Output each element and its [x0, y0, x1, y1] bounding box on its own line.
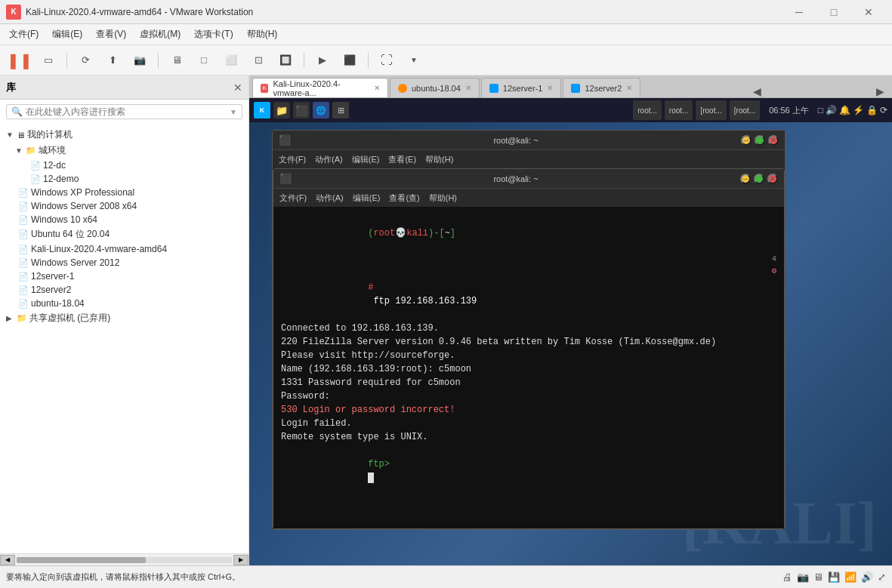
terminal-inner-maximize[interactable]: □ — [754, 174, 764, 184]
vm-content[interactable]: ⬛ root@kali: ~ ─ □ ✕ 文件(F) 动作(A) 编辑(E) — [249, 122, 892, 565]
scroll-right-btn[interactable]: ▶ — [233, 555, 248, 565]
tab-kali[interactable]: K Kali-Linux-2020.4-vmware-a... ✕ — [252, 78, 388, 97]
tree-item-12server1[interactable]: 📄 12server-1 — [0, 269, 248, 283]
search-dropdown-icon[interactable]: ▼ — [230, 108, 237, 116]
terminal-inner-window[interactable]: ⬛ root@kali: ~ ─ □ ✕ 文件(F) 动作(A) 编辑(E) — [273, 168, 785, 529]
env-expand-icon[interactable]: ▼ — [15, 146, 24, 155]
toolbar-btn-1[interactable]: ▭ — [36, 49, 60, 72]
toolbar-btn-11[interactable]: ⬛ — [338, 49, 362, 72]
status-print-icon[interactable]: 🖨 — [782, 571, 792, 583]
title-bar: K Kali-Linux-2020.4-vmware-amd64 - VMwar… — [0, 0, 892, 24]
tree-root[interactable]: ▼ 🖥 我的计算机 — [0, 127, 248, 143]
terminal-outer-window[interactable]: ⬛ root@kali: ~ ─ □ ✕ 文件(F) 动作(A) 编辑(E) — [272, 130, 786, 530]
maximize-button[interactable]: □ — [816, 0, 851, 24]
terminal-outer-close[interactable]: ✕ — [768, 135, 779, 146]
kali-terminal-icon[interactable]: ⬛ — [293, 102, 310, 119]
term-outer-menu-view[interactable]: 查看(E) — [388, 154, 416, 165]
vm-area[interactable]: K Kali-Linux-2020.4-vmware-a... ✕ ubuntu… — [249, 75, 892, 565]
menu-help[interactable]: 帮助(H) — [241, 26, 284, 43]
tree-env[interactable]: ▼ 📁 城环境 — [0, 143, 248, 159]
term-inner-menu-view[interactable]: 查看(查) — [389, 192, 419, 204]
status-resize-icon[interactable]: ⤢ — [878, 571, 886, 583]
terminal-inner-minimize[interactable]: ─ — [740, 174, 751, 184]
toolbar-btn-2[interactable]: ⟳ — [73, 49, 97, 72]
search-input[interactable] — [26, 106, 230, 117]
tree-item-win10[interactable]: 📄 Windows 10 x64 — [0, 213, 248, 226]
tree-item-win2012[interactable]: 📄 Windows Server 2012 — [0, 256, 248, 269]
tree-item-winxp[interactable]: 📄 Windows XP Professional — [0, 186, 248, 199]
kali-logo-icon[interactable]: K — [254, 102, 270, 119]
term-inner-menu-action[interactable]: 动作(A) — [316, 192, 344, 204]
tab-nav-left[interactable]: ◀ — [748, 85, 766, 97]
menu-vm[interactable]: 虚拟机(M) — [134, 26, 187, 43]
tree-item-shared[interactable]: ▶ 📁 共享虚拟机 (已弃用) — [0, 310, 248, 326]
term-outer-menu-help[interactable]: 帮助(H) — [425, 154, 453, 165]
status-camera-icon[interactable]: 📷 — [797, 571, 809, 583]
menu-view[interactable]: 查看(V) — [90, 26, 132, 43]
toolbar-btn-7[interactable]: ⬜ — [219, 49, 243, 72]
toolbar-dropdown[interactable]: ▼ — [402, 49, 426, 72]
toolbar-btn-4[interactable]: 📷 — [128, 49, 152, 72]
toolbar-btn-5[interactable]: 🖥 — [165, 49, 189, 72]
tab-12server2[interactable]: 12server2 ✕ — [563, 78, 640, 97]
toolbar-btn-9[interactable]: 🔲 — [273, 49, 298, 72]
sidebar-close-button[interactable]: ✕ — [233, 82, 242, 94]
scroll-left-btn[interactable]: ◀ — [0, 555, 15, 565]
pause-button[interactable]: ❚❚ — [6, 49, 33, 72]
toolbar-btn-8[interactable]: ⊡ — [246, 49, 270, 72]
scrollbar-track[interactable] — [17, 557, 232, 563]
status-hdd-icon[interactable]: 💾 — [828, 571, 840, 583]
term-inner-menu-file[interactable]: 文件(F) — [279, 192, 307, 204]
kali-app-icon[interactable]: ⊞ — [332, 102, 349, 119]
tab-nav-right[interactable]: ▶ — [872, 85, 889, 97]
term-outer-menu-file[interactable]: 文件(F) — [279, 154, 306, 165]
menu-tab[interactable]: 选项卡(T) — [188, 26, 239, 43]
sidebar: 库 ✕ 🔍 ▼ ▼ 🖥 我的计算机 ▼ 📁 城环境 — [0, 75, 249, 565]
search-box[interactable]: 🔍 ▼ — [6, 104, 242, 119]
kali-browser-icon[interactable]: 🌐 — [313, 102, 329, 119]
tree-item-win2008[interactable]: 📄 Windows Server 2008 x64 — [0, 199, 248, 213]
term-inner-menu-edit[interactable]: 编辑(E) — [353, 192, 381, 204]
sidebar-scrollbar[interactable]: ◀ ▶ — [0, 553, 248, 565]
term-inner-menu-help[interactable]: 帮助(H) — [429, 192, 457, 204]
toolbar-btn-12[interactable]: ⛶ — [375, 49, 399, 72]
tab-ubuntu18-close[interactable]: ✕ — [465, 84, 471, 92]
shared-expand-icon[interactable]: ▶ — [6, 314, 15, 322]
root-expand-icon[interactable]: ▼ — [6, 131, 15, 139]
tab-12server1-close[interactable]: ✕ — [547, 84, 553, 92]
tree-item-12server2[interactable]: 📄 12server2 — [0, 283, 248, 297]
vm-icon-3: 📄 — [18, 188, 29, 198]
toolbar-btn-10[interactable]: ▶ — [310, 49, 335, 72]
tree-item-12dc[interactable]: 📄 12-dc — [0, 159, 248, 172]
menu-edit[interactable]: 编辑(E) — [46, 26, 88, 43]
toolbar-btn-6[interactable]: □ — [192, 49, 216, 72]
tab-12server1[interactable]: 12server-1 ✕ — [481, 78, 562, 97]
kali-files-icon[interactable]: 📁 — [273, 102, 290, 119]
terminal-outer-minimize[interactable]: ─ — [741, 135, 752, 146]
tree-item-12demo[interactable]: 📄 12-demo — [0, 172, 248, 186]
tree-item-ubuntu64[interactable]: 📄 Ubuntu 64 位 20.04 — [0, 226, 248, 242]
term-line-failed: Login failed. — [281, 417, 776, 430]
minimize-button[interactable]: ─ — [782, 0, 816, 24]
status-sound-icon[interactable]: 🔊 — [861, 571, 873, 583]
term-outer-menu-action[interactable]: 动作(A) — [315, 154, 343, 165]
kali-task-4[interactable]: [root... — [730, 100, 760, 120]
menu-file[interactable]: 文件(F) — [3, 26, 45, 43]
toolbar-btn-3[interactable]: ⬆ — [100, 49, 125, 72]
tree-item-kali[interactable]: 📄 Kali-Linux-2020.4-vmware-amd64 — [0, 242, 248, 256]
terminal-inner-close[interactable]: ✕ — [767, 174, 778, 184]
terminal-content[interactable]: (root💀kali)-[~] 4 ⚙ # ftp 192.168.163.13… — [273, 207, 784, 528]
tab-kali-close[interactable]: ✕ — [374, 84, 380, 92]
vm-desktop[interactable]: K 📁 ⬛ 🌐 ⊞ root... root... [root... [root… — [249, 98, 892, 565]
kali-task-2[interactable]: root... — [665, 100, 693, 120]
terminal-outer-maximize[interactable]: □ — [755, 135, 765, 146]
status-screen-icon[interactable]: 🖥 — [813, 571, 823, 583]
tree-item-ubuntu18[interactable]: 📄 ubuntu-18.04 — [0, 297, 248, 310]
term-outer-menu-edit[interactable]: 编辑(E) — [352, 154, 380, 165]
kali-task-1[interactable]: root... — [633, 100, 662, 120]
tab-ubuntu18[interactable]: ubuntu-18.04 ✕ — [390, 78, 480, 97]
close-button[interactable]: ✕ — [851, 0, 886, 24]
tab-12server2-close[interactable]: ✕ — [626, 84, 632, 92]
status-net-icon[interactable]: 📶 — [844, 571, 857, 583]
kali-task-3[interactable]: [root... — [696, 100, 726, 120]
